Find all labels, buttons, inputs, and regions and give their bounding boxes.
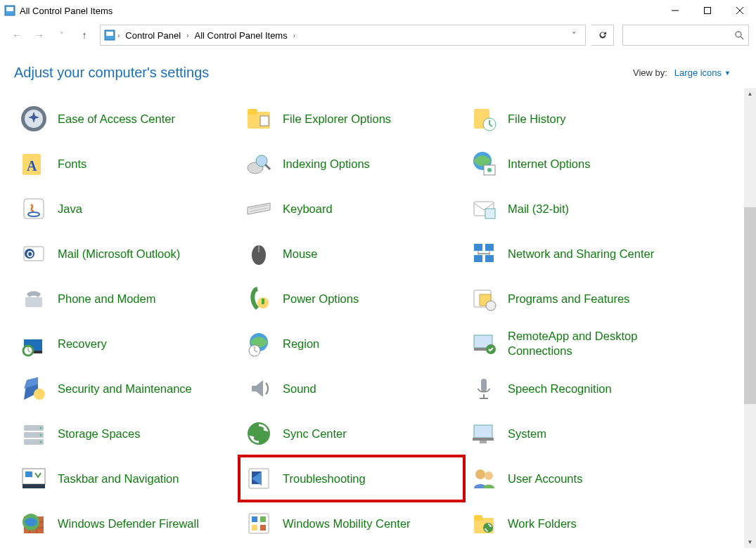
address-bar[interactable]: › Control Panel › All Control Panel Item… — [100, 25, 586, 46]
cp-item-remoteapp[interactable]: RemoteApp and Desktop Connections — [464, 321, 689, 366]
cp-item-phone[interactable]: Phone and Modem — [14, 276, 239, 321]
phone-icon — [20, 285, 48, 313]
cp-item-taskbar[interactable]: Taskbar and Navigation — [14, 456, 239, 501]
cp-item-label: Storage Spaces — [58, 427, 140, 441]
cp-item-label: Phone and Modem — [58, 292, 155, 306]
ease-of-access-icon — [20, 105, 48, 133]
maximize-button[interactable] — [691, 0, 724, 21]
cp-item-label: Mail (32-bit) — [508, 202, 569, 216]
mouse-icon — [245, 240, 273, 268]
cp-item-label: Fonts — [58, 157, 87, 171]
scroll-down-arrow[interactable]: ▼ — [744, 536, 756, 548]
cp-item-label: Windows Defender Firewall — [58, 516, 199, 531]
control-panel-app-icon — [4, 5, 15, 16]
cp-item-security[interactable]: Security and Maintenance — [14, 366, 239, 411]
cp-item-label: User Accounts — [508, 471, 582, 486]
cp-item-label: Taskbar and Navigation — [58, 471, 179, 486]
programs-icon — [470, 285, 498, 313]
scroll-thumb[interactable] — [744, 207, 756, 404]
mobility-icon — [245, 509, 273, 538]
svg-rect-7 — [106, 32, 113, 36]
cp-item-workfolders[interactable]: Work Folders — [464, 501, 689, 546]
cp-item-label: Speech Recognition — [508, 382, 612, 396]
cp-item-keyboard[interactable]: Keyboard — [239, 186, 464, 231]
recent-locations-dropdown[interactable]: ˅ — [52, 25, 72, 45]
cp-item-indexing[interactable]: Indexing Options — [239, 141, 464, 186]
storage-icon — [20, 419, 48, 448]
security-icon — [20, 375, 48, 403]
cp-item-network[interactable]: Network and Sharing Center — [464, 231, 689, 276]
svg-rect-3 — [705, 8, 711, 14]
cp-item-label: Recovery — [58, 337, 107, 351]
cp-item-label: Windows Mobility Center — [283, 516, 411, 531]
network-icon — [470, 240, 498, 268]
cp-item-mail-outlook[interactable]: Mail (Microsoft Outlook) — [14, 231, 239, 276]
cp-item-file-history[interactable]: File History — [464, 96, 689, 141]
content-area: Ease of Access CenterFile Explorer Optio… — [0, 88, 756, 548]
mail-outlook-icon — [20, 240, 48, 268]
minimize-button[interactable] — [659, 0, 691, 21]
cp-item-storage[interactable]: Storage Spaces — [14, 411, 239, 456]
cp-item-troubleshoot[interactable]: Troubleshooting — [239, 456, 464, 501]
cp-item-label: Troubleshooting — [283, 471, 366, 486]
cp-item-ease-of-access[interactable]: Ease of Access Center — [14, 96, 239, 141]
cp-item-programs[interactable]: Programs and Features — [464, 276, 689, 321]
sync-icon — [245, 419, 273, 448]
address-history-dropdown[interactable]: ˅ — [565, 30, 582, 41]
file-history-icon — [470, 105, 498, 133]
cp-item-mail[interactable]: Mail (32-bit) — [464, 186, 689, 231]
cp-item-firewall[interactable]: Windows Defender Firewall — [14, 501, 239, 546]
breadcrumb-root[interactable]: Control Panel — [121, 25, 185, 45]
power-icon — [245, 285, 273, 313]
cp-item-users[interactable]: User Accounts — [464, 456, 689, 501]
cp-item-sync[interactable]: Sync Center — [239, 411, 464, 456]
view-by-dropdown[interactable]: Large icons ▼ — [674, 67, 731, 78]
cp-item-fonts[interactable]: Fonts — [14, 141, 239, 186]
close-button[interactable] — [724, 0, 756, 21]
indexing-icon — [245, 150, 273, 178]
cp-item-mouse[interactable]: Mouse — [239, 231, 464, 276]
cp-item-label: Work Folders — [508, 516, 577, 531]
cp-item-java[interactable]: Java — [14, 186, 239, 231]
settings-heading: Adjust your computer's settings — [14, 65, 209, 81]
svg-rect-1 — [6, 7, 13, 11]
scroll-up-arrow[interactable]: ▲ — [744, 88, 756, 100]
cp-item-mobility[interactable]: Windows Mobility Center — [239, 501, 464, 546]
up-button[interactable]: ↑ — [75, 25, 94, 45]
refresh-button[interactable] — [591, 25, 614, 46]
speech-icon — [470, 375, 498, 403]
cp-item-sound[interactable]: Sound — [239, 366, 464, 411]
cp-item-label: Network and Sharing Center — [508, 247, 654, 261]
cp-item-power[interactable]: Power Options — [239, 276, 464, 321]
keyboard-icon — [245, 195, 273, 223]
cp-item-label: Security and Maintenance — [58, 382, 192, 396]
cp-item-label: RemoteApp and Desktop Connections — [508, 329, 677, 358]
cp-item-system[interactable]: System — [464, 411, 689, 456]
mail-icon — [470, 195, 498, 223]
folder-options-icon — [245, 105, 273, 133]
svg-line-9 — [741, 37, 743, 39]
cp-item-label: Sync Center — [283, 427, 347, 441]
internet-icon — [470, 150, 498, 178]
search-input[interactable] — [622, 25, 749, 46]
cp-item-region[interactable]: Region — [239, 321, 464, 366]
breadcrumb-current[interactable]: All Control Panel Items — [190, 25, 291, 45]
cp-item-label: Programs and Features — [508, 292, 629, 306]
cp-item-label: Internet Options — [508, 157, 590, 171]
taskbar-icon — [20, 464, 48, 493]
cp-item-folder-options[interactable]: File Explorer Options — [239, 96, 464, 141]
header-row: Adjust your computer's settings View by:… — [0, 49, 756, 88]
cp-item-label: File Explorer Options — [283, 112, 391, 126]
cp-item-recovery[interactable]: Recovery — [14, 321, 239, 366]
system-icon — [470, 419, 498, 448]
forward-button[interactable]: → — [30, 25, 49, 45]
cp-item-label: Region — [283, 337, 319, 351]
cp-item-internet[interactable]: Internet Options — [464, 141, 689, 186]
cp-item-speech[interactable]: Speech Recognition — [464, 366, 689, 411]
cp-item-label: Mouse — [283, 247, 318, 261]
sound-icon — [245, 375, 273, 403]
troubleshoot-icon — [245, 464, 273, 493]
control-panel-address-icon — [103, 29, 116, 41]
back-button[interactable]: ← — [7, 25, 27, 45]
vertical-scrollbar[interactable]: ▲ ▼ — [744, 88, 756, 548]
